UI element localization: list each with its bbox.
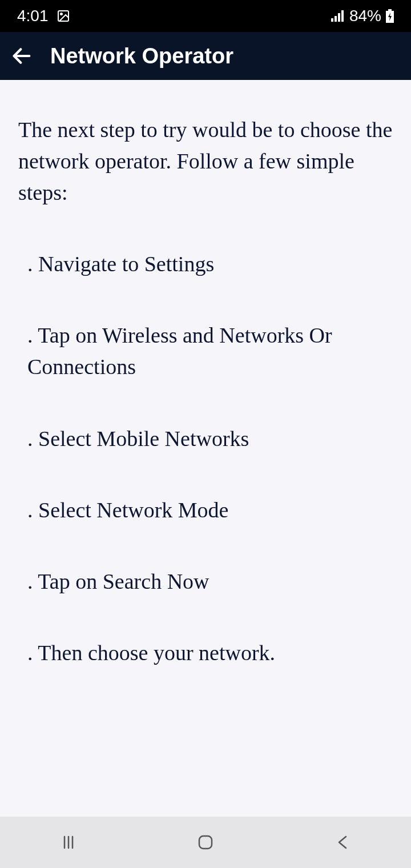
recent-apps-button[interactable]: [40, 828, 97, 857]
svg-rect-4: [338, 13, 340, 22]
svg-rect-5: [341, 10, 344, 22]
status-right: 84%: [331, 7, 394, 25]
battery-percentage: 84%: [349, 7, 381, 25]
navigation-bar: [0, 817, 411, 868]
intro-text: The next step to try would be to choose …: [18, 114, 393, 208]
step-item: . Tap on Wireless and Networks Or Connec…: [18, 320, 393, 383]
step-item: . Select Network Mode: [18, 495, 393, 526]
back-button[interactable]: [10, 45, 33, 67]
svg-rect-2: [331, 18, 333, 22]
svg-point-1: [61, 13, 62, 15]
nav-back-button[interactable]: [314, 828, 371, 857]
status-bar: 4:01 84%: [0, 0, 411, 32]
svg-rect-3: [335, 16, 337, 22]
svg-rect-12: [199, 836, 212, 849]
svg-rect-6: [388, 9, 392, 11]
step-item: . Then choose your network.: [18, 637, 393, 669]
image-icon: [57, 9, 70, 23]
step-item: . Navigate to Settings: [18, 248, 393, 280]
step-item: . Select Mobile Networks: [18, 423, 393, 455]
home-button[interactable]: [177, 828, 234, 857]
status-time: 4:01: [17, 7, 49, 25]
app-bar: Network Operator: [0, 32, 411, 80]
signal-icon: [331, 10, 345, 22]
status-left: 4:01: [17, 7, 70, 25]
battery-charging-icon: [386, 9, 394, 23]
content-area: The next step to try would be to choose …: [0, 80, 411, 669]
page-title: Network Operator: [50, 44, 233, 69]
step-item: . Tap on Search Now: [18, 566, 393, 597]
